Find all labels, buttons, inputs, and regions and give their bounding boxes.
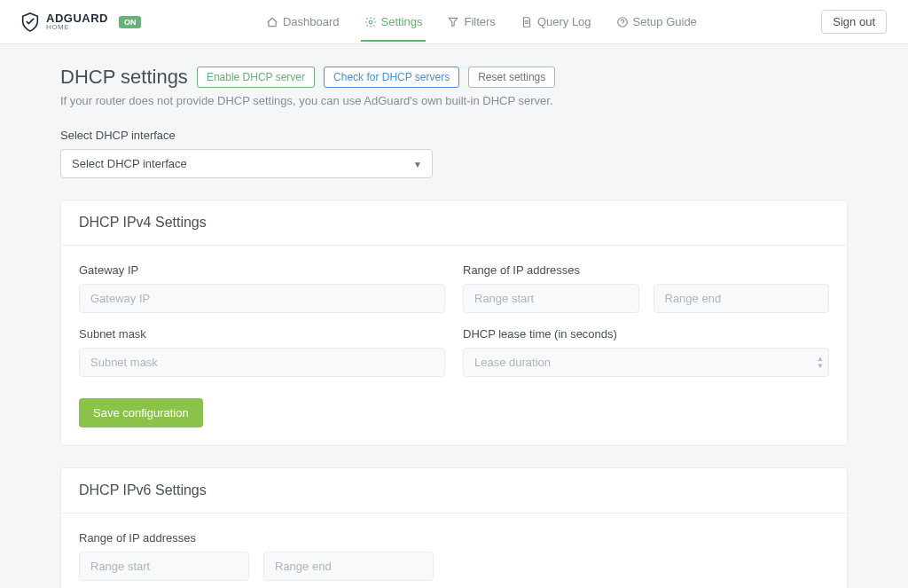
gear-icon bbox=[364, 16, 377, 28]
home-icon bbox=[266, 16, 278, 28]
range-end-input[interactable] bbox=[654, 284, 830, 313]
nav-label: Dashboard bbox=[283, 15, 340, 28]
lease-input[interactable] bbox=[463, 348, 829, 377]
help-icon bbox=[616, 16, 629, 28]
reset-settings-button[interactable]: Reset settings bbox=[468, 67, 555, 88]
nav-label: Query Log bbox=[537, 15, 591, 28]
nav-querylog[interactable]: Query Log bbox=[517, 2, 595, 42]
nav-settings[interactable]: Settings bbox=[361, 2, 427, 42]
page-title: DHCP settings bbox=[60, 66, 188, 89]
ipv6-range-end-input[interactable] bbox=[263, 552, 434, 581]
subnet-label: Subnet mask bbox=[79, 327, 445, 341]
ipv4-title: DHCP IPv4 Settings bbox=[79, 215, 829, 231]
interface-label: Select DHCP interface bbox=[60, 129, 848, 142]
page-header: DHCP settings Enable DHCP server Check f… bbox=[60, 66, 848, 89]
nav-label: Filters bbox=[464, 15, 495, 28]
range-start-input[interactable] bbox=[463, 284, 639, 313]
ipv6-card: DHCP IPv6 Settings Range of IP addresses… bbox=[60, 467, 848, 588]
app-header: ADGUARD HOME ON Dashboard Settings Filte… bbox=[0, 0, 908, 44]
ipv6-title: DHCP IPv6 Settings bbox=[79, 482, 829, 498]
shield-icon bbox=[21, 12, 39, 32]
logo-sub-text: HOME bbox=[46, 24, 108, 31]
nav-label: Setup Guide bbox=[633, 15, 697, 28]
nav-dashboard[interactable]: Dashboard bbox=[262, 2, 343, 42]
nav-setupguide[interactable]: Setup Guide bbox=[613, 2, 701, 42]
main-nav: Dashboard Settings Filters Query Log Set… bbox=[262, 2, 701, 42]
nav-filters[interactable]: Filters bbox=[443, 2, 498, 42]
check-dhcp-button[interactable]: Check for DHCP servers bbox=[324, 67, 459, 88]
gateway-label: Gateway IP bbox=[79, 263, 445, 277]
ipv6-range-start-input[interactable] bbox=[79, 552, 249, 581]
lease-label: DHCP lease time (in seconds) bbox=[463, 327, 829, 341]
sign-out-button[interactable]: Sign out bbox=[821, 10, 887, 34]
status-badge: ON bbox=[119, 16, 142, 28]
enable-dhcp-button[interactable]: Enable DHCP server bbox=[197, 67, 315, 88]
interface-select[interactable]: Select DHCP interface bbox=[60, 149, 433, 178]
svg-point-1 bbox=[617, 17, 627, 27]
number-spinner-icon[interactable]: ▲▼ bbox=[817, 356, 824, 370]
ipv6-range-label: Range of IP addresses bbox=[79, 531, 829, 545]
ipv4-save-button[interactable]: Save configuration bbox=[79, 398, 203, 427]
document-icon bbox=[521, 16, 533, 28]
ipv4-card: DHCP IPv4 Settings Gateway IP Range of I… bbox=[60, 200, 848, 446]
gateway-input[interactable] bbox=[79, 284, 445, 313]
page-description: If your router does not provide DHCP set… bbox=[60, 94, 848, 107]
logo[interactable]: ADGUARD HOME ON bbox=[21, 12, 141, 32]
subnet-input[interactable] bbox=[79, 348, 445, 377]
svg-point-0 bbox=[369, 20, 372, 24]
range-label: Range of IP addresses bbox=[463, 263, 829, 277]
nav-label: Settings bbox=[381, 15, 423, 28]
filter-icon bbox=[447, 16, 459, 28]
